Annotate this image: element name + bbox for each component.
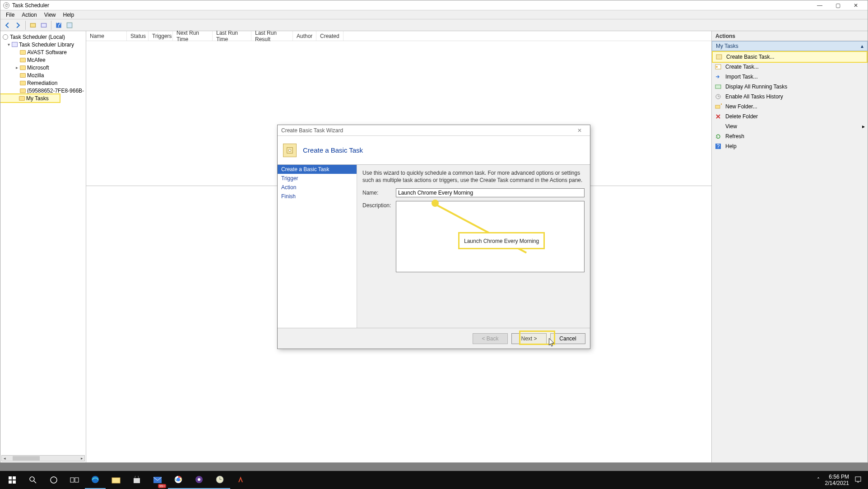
action-create-task[interactable]: Create Task... (712, 62, 868, 72)
expand-icon[interactable]: ▾ (6, 42, 11, 47)
svg-rect-4 (67, 23, 72, 28)
action-create-basic-task[interactable]: Create Basic Task... (713, 52, 867, 62)
notifications-icon[interactable] (854, 476, 862, 484)
folder-icon (19, 65, 26, 71)
taskbar-store[interactable] (126, 471, 147, 489)
tree-item-microsoft[interactable]: ▸ Microsoft (0, 64, 86, 71)
help-icon: ? (715, 143, 722, 150)
col-created[interactable]: Created (316, 31, 343, 41)
col-triggers[interactable]: Triggers (149, 31, 173, 41)
nav-back-button[interactable] (2, 20, 12, 30)
menubar: File Action View Help (0, 10, 868, 19)
dialog-header: Create a Basic Task (278, 136, 590, 165)
wizard-step-create-basic[interactable]: Create a Basic Task (278, 165, 357, 174)
name-input[interactable] (396, 188, 585, 197)
cortana-button[interactable] (43, 471, 64, 489)
taskbar-edge[interactable] (85, 471, 106, 489)
toolbar-action2[interactable] (39, 20, 49, 30)
wizard-nav: Create a Basic Task Trigger Action Finis… (278, 165, 357, 328)
tree-item-mcafee[interactable]: McAfee (0, 56, 86, 64)
tray-clock[interactable]: 6:56 PM 2/14/2021 (825, 474, 849, 487)
action-delete-folder[interactable]: Delete Folder (712, 112, 868, 121)
action-import-task[interactable]: Import Task... (712, 72, 868, 82)
wizard-step-trigger[interactable]: Trigger (278, 174, 357, 183)
scroll-thumb[interactable] (13, 456, 40, 461)
toolbar-properties-button[interactable] (65, 20, 74, 30)
action-label: Create Basic Task... (726, 54, 775, 60)
menu-view[interactable]: View (41, 12, 60, 18)
dialog-close-button[interactable]: ✕ (573, 127, 586, 134)
tree-item-avast[interactable]: AVAST Software (0, 48, 86, 56)
svg-text:✦: ✦ (720, 103, 722, 107)
tree-item-guid[interactable]: {59588652-7FE8-966B- (0, 87, 86, 94)
close-button[interactable]: ✕ (847, 1, 865, 10)
menu-action[interactable]: Action (18, 12, 40, 18)
taskbar-explorer[interactable] (106, 471, 126, 489)
tree-item-mytasks[interactable]: My Tasks (0, 94, 60, 102)
wizard-icon (283, 144, 297, 157)
svg-point-7 (716, 66, 718, 68)
newfolder-icon: ✦ (715, 103, 722, 110)
action-help[interactable]: ? Help (712, 141, 868, 151)
wizard-step-action[interactable]: Action (278, 183, 357, 192)
tree-item-remediation[interactable]: Remediation (0, 79, 86, 87)
taskview-button[interactable] (64, 471, 85, 489)
action-enable-history[interactable]: Enable All Tasks History (712, 92, 868, 102)
svg-text:?: ? (717, 143, 720, 149)
maximize-button[interactable]: ▢ (829, 1, 847, 10)
tree-label: Remediation (27, 80, 57, 86)
nav-forward-button[interactable] (13, 20, 23, 30)
taskbar-scheduler[interactable] (209, 471, 230, 489)
tree-root[interactable]: Task Scheduler (Local) (0, 33, 86, 41)
col-lastrun[interactable]: Last Run Time (213, 31, 251, 41)
col-status[interactable]: Status (127, 31, 149, 41)
menu-help[interactable]: Help (60, 12, 78, 18)
toolbar-separator (51, 21, 51, 30)
actions-header: Actions (712, 31, 868, 41)
start-button[interactable] (2, 471, 23, 489)
chevron-right-icon: ▸ (862, 123, 865, 130)
taskbar: 99+ ˄ 6:56 PM 2/14/2021 (0, 471, 868, 489)
col-author[interactable]: Author (293, 31, 316, 41)
action-view[interactable]: View ▸ (712, 121, 868, 131)
col-lastresult[interactable]: Last Run Result (251, 31, 293, 41)
taskbar-mail[interactable]: 99+ (147, 471, 168, 489)
action-refresh[interactable]: Refresh (712, 131, 868, 141)
wizard-step-finish[interactable]: Finish (278, 192, 357, 201)
collapse-icon[interactable]: ▴ (861, 43, 863, 49)
mail-badge: 99+ (158, 484, 166, 488)
toolbar-help-button[interactable]: ? (54, 20, 64, 30)
svg-rect-5 (716, 55, 722, 59)
col-nextrun[interactable]: Next Run Time (173, 31, 213, 41)
action-new-folder[interactable]: ✦ New Folder... (712, 102, 868, 112)
tree-library[interactable]: ▾ Task Scheduler Library (0, 41, 86, 48)
search-button[interactable] (23, 471, 43, 489)
svg-rect-0 (30, 23, 35, 27)
scroll-left-icon[interactable]: ◂ (2, 456, 7, 461)
scroll-right-icon[interactable]: ▸ (79, 456, 84, 461)
menu-file[interactable]: File (2, 12, 18, 18)
taskbar-app[interactable] (230, 471, 251, 489)
taskbar-chrome2[interactable] (189, 471, 209, 489)
tray-expand-icon[interactable]: ˄ (817, 477, 820, 483)
tree-pane: Task Scheduler (Local) ▾ Task Scheduler … (0, 31, 86, 462)
expand-icon[interactable]: ▸ (14, 65, 19, 70)
toolbar-action1[interactable] (28, 20, 38, 30)
col-name[interactable]: Name (86, 31, 127, 41)
svg-point-29 (176, 478, 180, 481)
action-label: Help (725, 143, 737, 149)
cancel-button[interactable]: Cancel (550, 333, 585, 344)
taskbar-chrome1[interactable] (168, 471, 189, 489)
system-tray: ˄ 6:56 PM 2/14/2021 (817, 474, 866, 487)
minimize-button[interactable]: ― (811, 1, 829, 10)
wizard-icon (715, 53, 723, 61)
tree-scrollbar[interactable]: ◂ ▸ (1, 455, 85, 461)
action-display-running[interactable]: Display All Running Tasks (712, 82, 868, 92)
tree-label: {59588652-7FE8-966B- (27, 88, 84, 94)
toolbar-separator (25, 21, 26, 30)
tree-item-mozilla[interactable]: Mozilla (0, 71, 86, 79)
clock-icon (2, 34, 9, 40)
dialog-heading: Create a Basic Task (303, 146, 363, 154)
svg-rect-23 (75, 478, 79, 482)
next-button[interactable]: Next > (511, 333, 547, 344)
